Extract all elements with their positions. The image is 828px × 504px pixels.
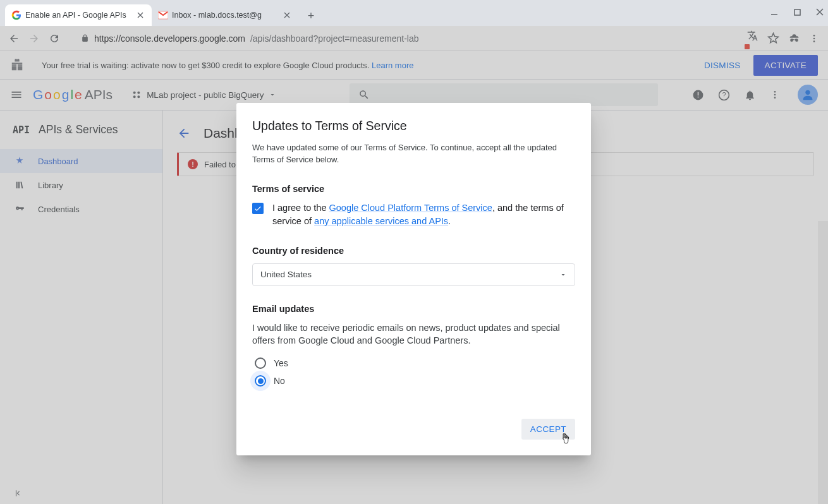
emails-text: I would like to receive periodic emails … <box>252 321 575 347</box>
modal-intro: We have updated some of our Terms of Ser… <box>252 142 575 166</box>
agree-text: I agree to the Google Cloud Platform Ter… <box>272 201 575 228</box>
browser-tab-strip: Enable an API - Google APIs Inbox - mlab… <box>0 0 828 26</box>
radio-icon <box>255 375 266 387</box>
browser-tab[interactable]: Inbox - mlab.docs.test@g <box>152 4 298 26</box>
modal-title: Updates to Terms of Service <box>252 119 575 133</box>
emails-header: Email updates <box>252 304 575 314</box>
new-tab-button[interactable]: + <box>302 7 320 25</box>
gcp-tos-link[interactable]: Google Cloud Platform Terms of Service <box>329 203 492 213</box>
cursor-icon <box>560 433 571 445</box>
window-close-icon[interactable] <box>815 8 824 16</box>
services-apis-link[interactable]: any applicable services and APIs <box>314 216 448 226</box>
close-icon[interactable] <box>282 10 292 20</box>
radio-icon <box>255 357 266 369</box>
svg-rect-1 <box>795 9 800 15</box>
country-select[interactable]: United States <box>252 263 575 286</box>
terms-of-service-modal: Updates to Terms of Service We have upda… <box>236 103 591 455</box>
tab-title: Inbox - mlab.docs.test@g <box>172 11 278 20</box>
radio-yes[interactable]: Yes <box>253 354 575 372</box>
agree-checkbox[interactable] <box>252 203 264 214</box>
radio-no[interactable]: No <box>253 372 575 390</box>
tos-header: Terms of service <box>252 184 575 194</box>
maximize-icon[interactable] <box>793 8 801 16</box>
gmail-favicon-icon <box>158 10 168 20</box>
browser-tab-active[interactable]: Enable an API - Google APIs <box>5 4 152 26</box>
tab-title: Enable an API - Google APIs <box>25 11 131 20</box>
country-header: Country of residence <box>252 246 575 256</box>
country-value: United States <box>260 270 312 279</box>
google-favicon-icon <box>11 10 21 20</box>
window-controls <box>770 8 824 16</box>
close-icon[interactable] <box>135 10 145 20</box>
minimize-icon[interactable] <box>770 8 779 16</box>
dropdown-icon <box>559 271 567 279</box>
